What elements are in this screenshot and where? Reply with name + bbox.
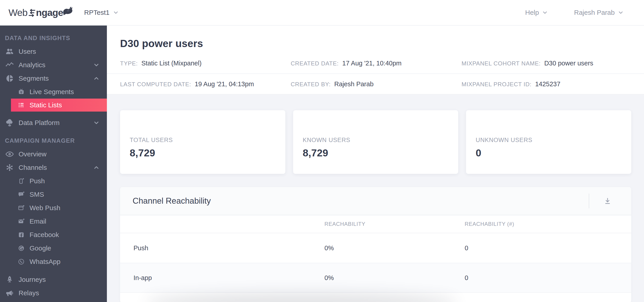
sidebar-item-live-segments[interactable]: Live Segments: [0, 85, 107, 99]
stat-card-known-users: KNOWN USERS 8,729: [293, 110, 458, 174]
sidebar-item-web-push[interactable]: Web Push: [0, 201, 107, 215]
sidebar-item-label: Push: [30, 177, 45, 185]
sidebar-item-label: Data Platform: [18, 119, 60, 126]
meta-value: Static List (Mixpanel): [141, 60, 202, 67]
web-push-icon: [18, 205, 24, 211]
chevron-down-icon: [93, 119, 100, 126]
sidebar-item-static-lists[interactable]: Static Lists: [11, 99, 107, 112]
help-label: Help: [525, 9, 539, 16]
chevron-up-icon: [93, 75, 100, 82]
logo-arrows-icon: [28, 9, 35, 17]
sidebar-item-label: Static Lists: [30, 101, 62, 109]
sidebar-item-label: Live Segments: [30, 88, 74, 96]
live-segments-icon: [18, 88, 24, 95]
sidebar-item-label: SMS: [30, 191, 44, 198]
user-menu[interactable]: Rajesh Parab: [574, 9, 624, 16]
stat-card-total-users: TOTAL USERS 8,729: [120, 110, 285, 174]
meta-value: 19 Aug '21, 04:13pm: [195, 80, 254, 88]
reachability-table: REACHABILITY REACHABILITY (#) Push 0% 0 …: [120, 215, 631, 302]
panel-header: Channel Reachability: [120, 187, 631, 215]
webengage-bird-icon: [61, 4, 73, 17]
sidebar-item-sms[interactable]: SMS: [0, 188, 107, 201]
project-switcher[interactable]: RPTest1: [84, 9, 119, 16]
cell-reachability: 0%: [324, 244, 465, 252]
stat-value: 0: [476, 147, 631, 159]
page-header: D30 power users TYPE: Static List (Mixpa…: [107, 26, 644, 95]
column-header-reachability-count: REACHABILITY (#): [465, 221, 631, 227]
sidebar-item-whatsapp[interactable]: WhatsApp: [0, 255, 107, 268]
logo-text-engage: ngage: [36, 7, 63, 18]
overview-eye-icon: [5, 149, 14, 159]
download-icon: [603, 197, 612, 205]
sidebar-item-analytics[interactable]: Analytics: [0, 58, 107, 72]
sidebar-item-channels[interactable]: Channels: [0, 161, 107, 174]
meta-type: TYPE: Static List (Mixpanel): [120, 60, 291, 67]
meta-value: 1425237: [535, 80, 560, 88]
main-content: D30 power users TYPE: Static List (Mixpa…: [107, 26, 644, 302]
analytics-icon: [5, 60, 14, 70]
sidebar-item-label: Web Push: [30, 204, 60, 212]
push-icon: [18, 178, 24, 184]
meta-created-by: CREATED BY: Rajesh Parab: [291, 80, 462, 88]
meta-value: D30 power users: [544, 60, 593, 67]
user-name: Rajesh Parab: [574, 9, 615, 16]
meta-created-date: CREATED DATE: 17 Aug '21, 10:40pm: [291, 60, 462, 67]
sidebar-item-push[interactable]: Push: [0, 174, 107, 188]
sidebar-item-segments[interactable]: Segments: [0, 72, 107, 85]
google-icon: [18, 245, 24, 252]
metadata-row: LAST COMPUTED DATE: 19 Aug '21, 04:13pm …: [107, 73, 644, 94]
sidebar-item-email[interactable]: Email: [0, 215, 107, 228]
webengage-logo[interactable]: Web ngage: [8, 7, 63, 18]
sidebar-item-overview[interactable]: Overview: [0, 147, 107, 161]
meta-last-computed-date: LAST COMPUTED DATE: 19 Aug '21, 04:13pm: [120, 80, 291, 88]
panel-title: Channel Reachability: [132, 196, 211, 206]
sidebar-item-label: Facebook: [30, 231, 59, 239]
facebook-icon: [18, 231, 24, 238]
meta-value: 17 Aug '21, 10:40pm: [342, 60, 402, 67]
cell-channel: In-app: [120, 274, 324, 282]
help-menu[interactable]: Help: [525, 9, 548, 16]
metadata-row: TYPE: Static List (Mixpanel) CREATED DAT…: [107, 53, 644, 73]
stat-cards: TOTAL USERS 8,729 KNOWN USERS 8,729 UNKN…: [120, 110, 631, 174]
chevron-down-icon: [113, 10, 119, 16]
whatsapp-icon: [18, 258, 24, 265]
channels-icon: [5, 163, 14, 172]
cell-reachability: 0%: [324, 274, 465, 282]
topbar: Web ngage RPTest1 Help Rajesh Parab: [0, 0, 644, 26]
users-icon: [5, 47, 14, 56]
sidebar-item-users[interactable]: Users: [0, 45, 107, 58]
table-row-push: Push 0% 0: [120, 233, 631, 263]
chevron-down-icon: [93, 62, 100, 68]
page-title: D30 power users: [107, 37, 644, 50]
data-platform-icon: [5, 118, 14, 127]
meta-label: CREATED DATE:: [291, 60, 339, 67]
meta-label: MIXPANEL COHORT NAME:: [462, 60, 541, 67]
journeys-rocket-icon: [5, 275, 14, 284]
topbar-right: Help Rajesh Parab: [525, 9, 624, 16]
stat-card-unknown-users: UNKNOWN USERS 0: [466, 110, 631, 174]
sms-icon: [18, 191, 24, 198]
sidebar-item-google[interactable]: Google: [0, 241, 107, 255]
sidebar-item-relays[interactable]: Relays: [0, 286, 107, 300]
sidebar-item-data-platform[interactable]: Data Platform: [0, 116, 107, 129]
meta-mixpanel-project-id: MIXPANEL PROJECT ID: 1425237: [462, 80, 644, 88]
chevron-down-icon: [542, 10, 548, 16]
download-button[interactable]: [603, 196, 612, 206]
section-header-campaign-manager: CAMPAIGN MANAGER: [0, 134, 107, 147]
sidebar-item-facebook[interactable]: Facebook: [0, 228, 107, 241]
content-area: TOTAL USERS 8,729 KNOWN USERS 8,729 UNKN…: [107, 95, 644, 302]
chevron-down-icon: [618, 10, 624, 16]
sidebar-item-label: Analytics: [18, 61, 46, 69]
list-metadata: TYPE: Static List (Mixpanel) CREATED DAT…: [107, 53, 644, 95]
logo-text-web: Web: [8, 7, 28, 18]
stat-label: UNKNOWN USERS: [476, 137, 631, 143]
meta-label: TYPE:: [120, 60, 138, 67]
column-header-reachability: REACHABILITY: [324, 221, 465, 227]
sidebar-item-journeys[interactable]: Journeys: [0, 273, 107, 286]
stat-value: 8,729: [303, 147, 458, 159]
meta-label: CREATED BY:: [291, 81, 331, 88]
sidebar-item-label: Google: [30, 244, 51, 252]
sidebar-item-label: Relays: [18, 289, 39, 297]
sidebar-item-label: Overview: [18, 150, 46, 158]
email-icon: [18, 218, 24, 225]
